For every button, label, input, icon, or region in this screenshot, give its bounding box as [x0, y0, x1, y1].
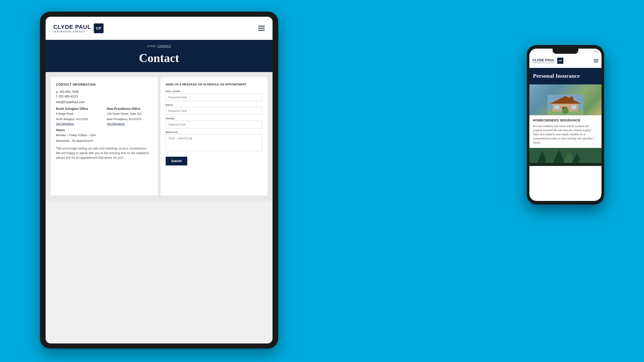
phone-logo-sub: INSURANCE AGENCY: [532, 62, 555, 64]
phone-navbar: CLYDE PAUL INSURANCE AGENCY CP: [529, 54, 601, 68]
message-label: MESSAGE: [166, 131, 262, 134]
phone-hamburger-line-3: [594, 62, 598, 62]
office-new-providence-addr1: 139 South Street, Suite 202: [107, 112, 153, 116]
phone-logo-text: CLYDE PAUL INSURANCE AGENCY: [532, 58, 555, 64]
tablet-logo: CLYDE PAUL INSURANCE AGENCY CP: [53, 23, 104, 33]
contact-fax: f: 201-991-6123: [56, 95, 153, 98]
phone-label: PHONE: [166, 117, 262, 120]
svg-rect-7: [570, 97, 573, 102]
office-new-providence-addr2: New Providence, NJ 07974: [107, 117, 153, 121]
page-title: Contact: [53, 51, 265, 65]
svg-point-8: [562, 108, 569, 114]
house-card-text: Are you confident your home and its cont…: [533, 124, 598, 145]
phone-logo-icon: CP: [557, 58, 563, 64]
full-name-group: FULL NAME: [166, 90, 262, 101]
tablet-screen: CLYDE PAUL INSURANCE AGENCY CP HOME / CO…: [46, 17, 273, 343]
contact-info-heading: CONTACT INFORMATION: [56, 83, 153, 86]
disclaimer: *We encourage setting up calls and meeti…: [56, 146, 153, 160]
logo-sub: INSURANCE AGENCY: [53, 30, 91, 33]
svg-rect-6: [572, 105, 576, 109]
hamburger-line-3: [258, 30, 265, 31]
phone-content: HOMEOWNERS INSURANCE Are you confident y…: [529, 84, 601, 166]
office-north-arlington-name: North Arlington Office: [56, 107, 102, 111]
tablet-content: CONTACT INFORMATION p: 201-991-7598 f: 2…: [46, 72, 273, 201]
phone-device: 9:41 CLYDE PAUL INSURANCE AGENCY CP Pers…: [527, 45, 604, 205]
forest-image-icon: [529, 148, 601, 166]
phone-hamburger-line-2: [594, 60, 598, 61]
phone-group: PHONE: [166, 117, 262, 128]
office-new-providence: New Providence Office 139 South Street, …: [107, 107, 153, 125]
breadcrumb-separator: /: [156, 45, 157, 48]
logo-text-group: CLYDE PAUL INSURANCE AGENCY: [53, 24, 91, 33]
tablet-hero: HOME / CONTACT Contact: [46, 40, 273, 72]
office-new-providence-directions[interactable]: Get Directions: [107, 122, 153, 125]
email-group: EMAIL: [166, 104, 262, 115]
house-silhouette-icon: [547, 95, 583, 115]
hamburger-line-1: [258, 26, 265, 27]
office-north-arlington-addr1: 9 Ridge Road: [56, 112, 102, 116]
hours-section: Hours Monday – Friday 8:30am – 5pm Weeke…: [56, 128, 153, 143]
office-north-arlington-directions[interactable]: Get Directions: [56, 122, 102, 125]
phone-notch: [553, 49, 578, 54]
message-group: MESSAGE: [166, 131, 262, 152]
form-heading: SEND US A MESSAGE OR SCHEDULE AN APPOINT…: [166, 83, 262, 86]
phone-hero: Personal Insurance: [529, 68, 601, 84]
phone-logo: CLYDE PAUL INSURANCE AGENCY CP: [532, 58, 563, 64]
email-label: EMAIL: [166, 104, 262, 106]
email-input[interactable]: [166, 107, 262, 115]
full-name-label: FULL NAME: [166, 90, 262, 93]
contact-info-card: CONTACT INFORMATION p: 201-991-7598 f: 2…: [51, 77, 158, 196]
tablet-navbar: CLYDE PAUL INSURANCE AGENCY CP: [46, 17, 273, 40]
phone-hamburger-menu[interactable]: [594, 59, 598, 62]
phone-input[interactable]: [166, 121, 262, 128]
phone-time: 9:41: [594, 50, 598, 52]
breadcrumb: HOME / CONTACT: [53, 45, 265, 48]
logo-icon: CP: [94, 23, 104, 33]
breadcrumb-current: CONTACT: [158, 45, 171, 48]
phone-logo-brand: CLYDE PAUL: [532, 58, 555, 62]
offices-row: North Arlington Office 9 Ridge Road Nort…: [56, 107, 153, 125]
tablet-device: CLYDE PAUL INSURANCE AGENCY CP HOME / CO…: [40, 12, 278, 349]
phone-hamburger-line-1: [594, 59, 598, 60]
house-card: HOMEOWNERS INSURANCE Are you confident y…: [529, 115, 601, 148]
contact-form-card: SEND US A MESSAGE OR SCHEDULE AN APPOINT…: [160, 77, 268, 196]
hours-weekend: Weekends – By Appointment*: [56, 139, 153, 143]
house-card-heading: HOMEOWNERS INSURANCE: [533, 118, 598, 122]
house-image: [529, 84, 601, 115]
phone-screen: 9:41 CLYDE PAUL INSURANCE AGENCY CP Pers…: [529, 49, 601, 201]
full-name-input[interactable]: [166, 93, 262, 101]
svg-rect-5: [555, 105, 559, 109]
hours-weekday: Monday – Friday 8:30am – 5pm: [56, 133, 153, 138]
submit-button[interactable]: Submit: [166, 157, 188, 165]
office-new-providence-name: New Providence Office: [107, 107, 153, 111]
contact-email: info@ClydePaul.com: [56, 100, 153, 104]
hamburger-menu[interactable]: [258, 26, 265, 31]
svg-rect-16: [529, 163, 601, 166]
breadcrumb-home[interactable]: HOME: [147, 45, 155, 48]
office-north-arlington-addr2: North Arlington, NJ 07031: [56, 117, 102, 121]
office-north-arlington: North Arlington Office 9 Ridge Road Nort…: [56, 107, 102, 125]
hours-heading: Hours: [56, 128, 153, 132]
contact-phone: p: 201-991-7598: [56, 90, 153, 94]
logo-brand: CLYDE PAUL: [53, 24, 91, 30]
message-input[interactable]: [166, 134, 262, 151]
phone-hero-title: Personal Insurance: [533, 73, 598, 79]
hamburger-line-2: [258, 28, 265, 29]
phone-second-image: [529, 148, 601, 166]
